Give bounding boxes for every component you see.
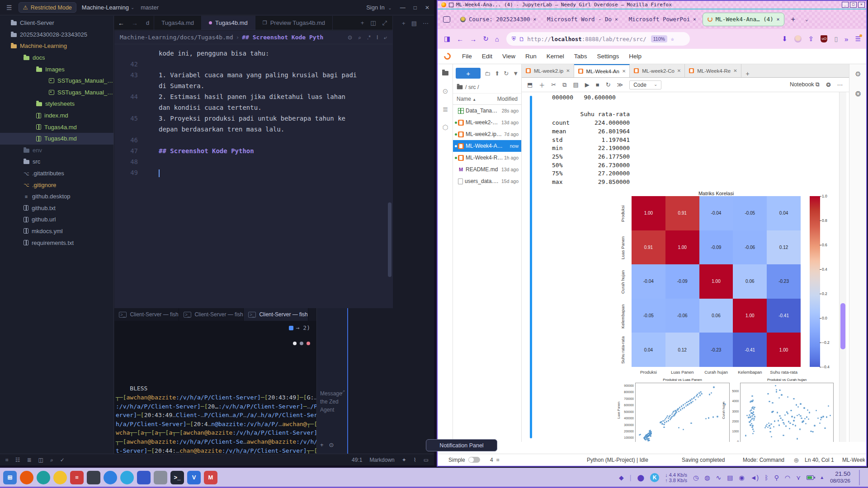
close-tab-icon[interactable]: ✕ — [533, 16, 536, 22]
notebook-kernel-label[interactable]: Notebook ⧉ — [790, 81, 820, 88]
red-media-app[interactable]: ≡ — [70, 471, 84, 484]
network-speed[interactable]: ↓↑ 4.4 Kb/s3.8 Kb/s — [665, 472, 687, 483]
more-icon[interactable]: ⋯ — [837, 81, 843, 88]
sidebar-item-github-txt[interactable]: github.txt — [0, 202, 113, 214]
file-row-ml-week2-ipynb[interactable]: ML-week2.ipynb7d ago — [453, 128, 521, 140]
mic-icon[interactable]: ⌇ — [414, 457, 416, 463]
nav-forward-icon[interactable]: → — [128, 16, 142, 30]
bluetooth-icon[interactable]: ᛒ — [764, 474, 768, 481]
terminal-tab-1[interactable]: >_Client-Server — fish — [114, 308, 179, 321]
kernel-status[interactable]: Python (ML-Project) | Idle — [587, 457, 648, 463]
account-avatar[interactable] — [794, 35, 802, 42]
save-icon[interactable]: ⬒ — [527, 81, 533, 88]
menu-settings[interactable]: Settings — [592, 53, 624, 60]
new-folder-icon[interactable]: 🗀 — [485, 70, 491, 77]
editor-line[interactable]: 431. Variabel cuaca mana yang paling kru… — [114, 70, 392, 80]
terminal-app[interactable]: >_ — [170, 471, 184, 484]
doc-tab-ml-week4-re[interactable]: ML-Week4-Re✕ — [685, 64, 741, 77]
file-row-readme-md[interactable]: MREADME.md13d ago — [453, 164, 521, 175]
agent-add-icon[interactable]: + — [320, 441, 324, 448]
restricted-mode-badge[interactable]: ⚠Restricted Mode — [19, 2, 76, 13]
terminal-scroll-indicator[interactable]: → 2) — [289, 324, 310, 333]
page-dot[interactable] — [307, 342, 310, 345]
dark-app[interactable] — [87, 471, 100, 484]
file-row-ml-week2-copy-[interactable]: ML-week2-Copy…13d ago — [453, 117, 521, 128]
share-icon[interactable]: ⇪ — [808, 35, 814, 43]
cursor-icon[interactable]: I — [377, 34, 378, 41]
new-doc-tab-icon[interactable]: + — [741, 70, 754, 77]
new-tab-button[interactable]: + — [791, 15, 795, 23]
close-tab-icon[interactable]: ✕ — [622, 69, 626, 74]
sidebar-item-src[interactable]: src — [0, 156, 113, 168]
menu-file[interactable]: File — [457, 53, 477, 60]
terminals-count[interactable]: 4 — [490, 457, 493, 463]
url-text[interactable]: http://localhost:8888/lab/tree/src/ — [527, 36, 646, 42]
close-button[interactable]: ✕ — [858, 2, 865, 8]
doc-tab-ml-week2-co[interactable]: ML-week2-Co✕ — [630, 64, 685, 77]
volume-icon[interactable]: ◄) — [750, 474, 759, 481]
editor-line[interactable]: dan kondisi cuaca tertentu. — [114, 102, 392, 113]
add-cell-icon[interactable]: ＋ — [539, 80, 545, 89]
browser-tab-microsoft-powerpoi[interactable]: Microsoft PowerPoi✕ — [624, 13, 701, 26]
editor-tab-tugas4b-md[interactable]: Tugas4b.md — [202, 16, 255, 30]
stop-icon[interactable]: ■ — [596, 81, 599, 88]
editor-line[interactable]: 49 — [114, 167, 392, 178]
show-desktop-button[interactable] — [859, 470, 863, 485]
editor-line[interactable]: 48 — [114, 156, 392, 167]
debugger-icon[interactable]: ❂ — [826, 81, 830, 88]
terminal-content[interactable]: → 2) BLESS┬─[awchan@bazzite:/v/h/a/P/Cli… — [114, 321, 316, 454]
list-tabs-icon[interactable]: ⌄ — [805, 16, 808, 22]
steam-icon[interactable]: ∿ — [716, 474, 721, 481]
downloads-icon[interactable]: ⬇ — [782, 35, 788, 43]
language-selector[interactable]: Markdown — [369, 457, 394, 463]
sidebar-item-mkdocs-yml[interactable]: mkdocs.yml — [0, 225, 113, 237]
firefox-view-icon[interactable] — [443, 16, 450, 23]
clock[interactable]: 21.5008/03/26 — [830, 470, 850, 484]
list-icon[interactable]: ≣ — [27, 457, 32, 463]
project-picker[interactable]: Machine-Learning — [82, 4, 129, 11]
extensions-icon[interactable]: ⬡ — [438, 118, 453, 136]
sign-in-button[interactable]: Sign In ⌄ — [366, 4, 392, 11]
sidebar-item--gitignore[interactable]: ⌥.gitignore — [0, 179, 113, 191]
editor-line[interactable]: di Sumatera. — [114, 80, 392, 91]
wifi-icon[interactable]: ◠ — [785, 474, 790, 481]
tray-expand-icon[interactable]: ▲ — [820, 475, 824, 480]
close-tab-icon[interactable]: ✕ — [777, 16, 780, 22]
close-button[interactable]: ✕ — [425, 5, 429, 11]
sidebar-item-images[interactable]: Images — [0, 63, 113, 75]
ublock-icon[interactable]: uO — [821, 35, 827, 42]
menu-help[interactable]: Help — [624, 53, 646, 60]
browser-tab-microsoft-word-do[interactable]: Microsoft Word - Do✕ — [542, 13, 623, 26]
clipboard-icon[interactable]: ▤ — [727, 474, 733, 481]
sidebar-item-sstugas-manual-regresi[interactable]: SSTugas_Manual_Regresi — [0, 75, 113, 87]
copy-icon[interactable]: ⧉ — [562, 81, 566, 89]
close-tab-icon[interactable]: ✕ — [733, 68, 737, 73]
property-inspector-icon[interactable]: ⚙ — [849, 64, 867, 84]
sidebar-item-index-md[interactable]: index.md — [0, 110, 113, 122]
running-kernels-icon[interactable]: ⊙ — [438, 82, 453, 100]
new-tab-icon[interactable]: + — [361, 19, 364, 26]
breadcrumb-path[interactable]: Machine-Learning/docs/Tugas4b.md — [120, 34, 233, 41]
purple-dot-icon[interactable]: ⬤ — [637, 474, 644, 481]
diagnostics-icon[interactable]: ☷ — [15, 457, 20, 463]
sidebar-item-tugas4b-md[interactable]: Tugas4b.md — [0, 133, 113, 145]
editor-tab-preview-tugas4b-md[interactable]: ❐Preview Tugas4b.md — [255, 16, 333, 30]
sidebar-item-sstugas-manual-regresi[interactable]: SSTugas_Manual_Regresi — [0, 87, 113, 99]
screenshare-icon[interactable]: ▭ — [424, 457, 429, 463]
editor-line[interactable]: kode ini, pengguna bisa tahu: — [114, 48, 392, 59]
back-icon[interactable]: ← — [457, 35, 463, 43]
editor-tab-tugas4a-md[interactable]: Tugas4a.md — [154, 16, 202, 30]
assistant-icon[interactable]: ✦ — [402, 457, 406, 463]
vpn-icon[interactable]: ⋎ — [796, 474, 801, 481]
telegram-app[interactable] — [120, 471, 134, 484]
sidebar-item-env[interactable]: env — [0, 145, 113, 156]
nav-back-icon[interactable]: ← — [114, 16, 128, 30]
terminal-toggle-icon[interactable]: ⌗ — [5, 457, 9, 463]
browser-tab-course-2025234300[interactable]: Course: 2025234300✕ — [456, 13, 541, 26]
menu-view[interactable]: View — [497, 53, 520, 60]
collab-icon[interactable]: ◫ — [38, 457, 43, 463]
sidebar-item--gitattributes[interactable]: ⌥.gitattributes — [0, 168, 113, 179]
editor-tab-d[interactable]: d — [142, 16, 154, 30]
sidebar-item-requirements-txt[interactable]: requirements.txt — [0, 237, 113, 249]
terminal-tab-3[interactable]: >_Client-Server — fish — [244, 308, 308, 321]
